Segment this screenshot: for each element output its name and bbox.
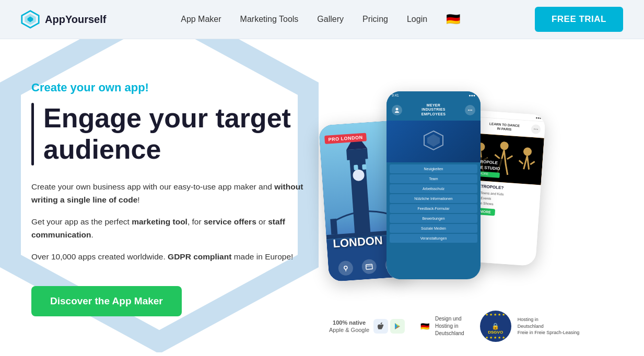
badge-native-text: 100% native Apple & Google (329, 319, 369, 334)
phone-meyer-hero (387, 121, 481, 162)
nav-marketing-tools[interactable]: Marketing Tools (240, 15, 299, 24)
nav-app-maker[interactable]: App Maker (181, 15, 221, 24)
badge-store-icons (373, 319, 405, 334)
logo-text: AppYourself (45, 14, 106, 26)
hero-tagline: Create your own app! (31, 81, 313, 94)
badge-germany-text: Design undHosting inDeutschland (435, 315, 464, 337)
menu-item: Bewerbungen (390, 214, 477, 223)
svg-point-9 (352, 169, 366, 182)
svg-point-27 (535, 128, 536, 129)
hero-left: Create your own app! Engage your target … (31, 70, 313, 316)
menu-item: Team (390, 174, 477, 183)
svg-point-22 (471, 110, 472, 111)
dsgvo-desc: Hosting inDeutschlandFreie in Freie Spra… (518, 316, 580, 336)
phones-container: PRO LONDON LONDON (324, 70, 644, 347)
nav-gallery[interactable]: Gallery (317, 15, 344, 24)
navbar: AppYourself App Maker Marketing Tools Ga… (0, 0, 644, 39)
dsgvo-circle: ★★★★★ 🔒 DSGVO ★★★★★ (480, 311, 511, 342)
hero-right: PRO LONDON LONDON (313, 70, 623, 347)
apple-store-icon (373, 319, 388, 334)
hero-border-line (31, 103, 34, 165)
menu-item: Feedback-Formular (390, 204, 477, 213)
hero-body-1: Create your own business app with our ea… (31, 180, 313, 207)
badge-native: 100% native Apple & Google (329, 319, 405, 334)
badge-dsgvo: ★★★★★ 🔒 DSGVO ★★★★★ Hosting inDeutschlan… (480, 311, 580, 342)
language-flag[interactable]: 🇩🇪 (446, 13, 460, 26)
free-trial-button[interactable]: FREE TRIAL (535, 7, 623, 32)
svg-point-16 (344, 266, 347, 269)
menu-item: Nützliche Informationen (390, 194, 477, 203)
phone-meyer-header: MEYER INDUSTRIES EMPLOYEES (387, 99, 481, 121)
google-play-icon (390, 319, 405, 334)
phone-meyer-screen: 9:41 ●●● MEYER INDUSTRIES EMPLOYEES (387, 91, 481, 279)
menu-item: Neuigkeiten (390, 164, 477, 173)
hero-section: Create your own app! Engage your target … (0, 39, 644, 356)
flag-germany: 🇩🇪 (420, 322, 429, 330)
phone-meyer: 9:41 ●●● MEYER INDUSTRIES EMPLOYEES (387, 91, 481, 279)
svg-rect-17 (366, 264, 372, 269)
hero-cta-button[interactable]: Discover the App Maker (31, 286, 182, 316)
svg-point-28 (537, 129, 538, 130)
svg-point-26 (534, 128, 535, 129)
logo-icon (21, 10, 40, 29)
menu-item: Arbeitsschutz (390, 184, 477, 193)
nav-pricing[interactable]: Pricing (362, 15, 388, 24)
svg-rect-10 (354, 165, 358, 171)
svg-point-19 (396, 108, 399, 110)
hero-body-2: Get your app as the perfect marketing to… (31, 215, 313, 242)
phone-meyer-company: MEYER INDUSTRIES EMPLOYEES (421, 103, 446, 116)
menu-item: Veranstaltungen (390, 234, 477, 243)
svg-rect-11 (362, 164, 367, 170)
bottom-badges: 100% native Apple & Google (329, 311, 579, 342)
menu-item: Soziale Medien (390, 224, 477, 233)
phone-meyer-menu: Neuigkeiten Team Arbeitsschutz Nützliche… (387, 162, 481, 245)
hero-headline: Engage your target audience (43, 103, 291, 165)
hero-body-3: Over 10,000 apps created worldwide. GDPR… (31, 250, 313, 264)
dsgvo-label: DSGVO (488, 330, 503, 335)
svg-marker-24 (427, 134, 440, 147)
hero-headline-wrapper: Engage your target audience (31, 103, 313, 165)
nav-links: App Maker Marketing Tools Gallery Pricin… (181, 13, 460, 26)
svg-point-21 (470, 110, 471, 111)
svg-point-20 (468, 110, 469, 111)
logo[interactable]: AppYourself (21, 10, 106, 29)
svg-rect-7 (346, 148, 368, 160)
dsgvo-text: 🔒 (491, 323, 499, 330)
badge-germany: 🇩🇪 Design undHosting inDeutschland (420, 315, 464, 337)
nav-login[interactable]: Login (407, 15, 427, 24)
